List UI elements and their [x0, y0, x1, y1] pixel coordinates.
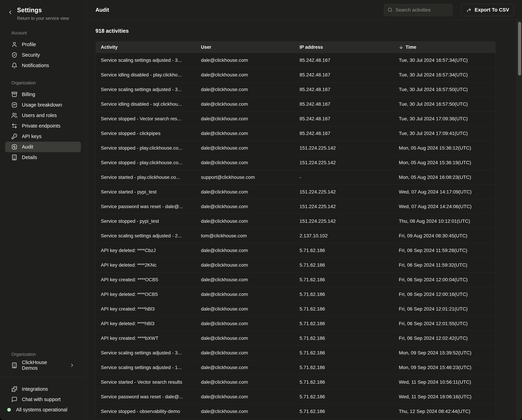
user-cell: dale@clickhouse.com	[196, 131, 294, 136]
time-cell: Mon, 09 Sep 2024 15:46:23(UTC)	[394, 365, 495, 370]
activity-cell: Service started - pypi_test	[96, 189, 196, 195]
user-cell: dale@clickhouse.com	[196, 101, 294, 107]
column-header-user[interactable]: User	[196, 45, 294, 50]
ip-address-cell: 2.137.10.102	[294, 233, 394, 239]
user-cell: dale@clickhouse.com	[196, 218, 294, 224]
activity-cell: API key deleted: ****OCB5	[96, 292, 196, 297]
ip-address-cell: -	[294, 175, 394, 180]
sidebar-item-label: Chat with support	[22, 397, 61, 402]
time-cell: Fri, 06 Sep 2024 11:59:32(UTC)	[394, 262, 495, 268]
building-icon	[11, 362, 17, 368]
sidebar-item-api-keys[interactable]: API keys	[5, 131, 81, 142]
sidebar-item-private-endpoints[interactable]: Private endpoints	[5, 121, 81, 131]
time-cell: Wed, 11 Sep 2024 10:56:11(UTC)	[394, 379, 495, 385]
sidebar-item-profile[interactable]: Profile	[5, 39, 81, 50]
organization-footer-label: Organization	[0, 352, 86, 357]
main-panel: Audit Export To CSV 918 activities Activ…	[86, 0, 522, 420]
sidebar-item-usage-breakdown[interactable]: Usage breakdown	[5, 100, 81, 110]
search-icon	[387, 7, 393, 13]
column-header-activity[interactable]: Activity	[96, 45, 196, 50]
app-window: Settings Return to your service view Acc…	[0, 0, 522, 420]
activities-count: 918 activities	[95, 28, 522, 34]
back-button[interactable]	[7, 9, 13, 15]
sidebar-item-organization[interactable]: ClickHouse Demos	[5, 360, 81, 371]
column-header-label: Activity	[101, 45, 118, 50]
user-cell: dale@clickhouse.com	[196, 116, 294, 122]
time-cell: Tue, 30 Jul 2024 16:57:34(UTC)	[394, 72, 495, 78]
ip-address-cell: 5.71.62.186	[294, 379, 394, 385]
time-cell: Thu, 08 Aug 2024 10:12:01(UTC)	[394, 218, 495, 224]
time-cell: Fri, 06 Sep 2024 11:59:28(UTC)	[394, 248, 495, 253]
user-cell: dale@clickhouse.com	[196, 321, 294, 326]
activity-cell: Service password was reset - dale@...	[96, 204, 196, 209]
sidebar-item-chat-with-support[interactable]: Chat with support	[5, 394, 81, 404]
time-cell: Fri, 06 Sep 2024 12:02:42(UTC)	[394, 335, 495, 341]
export-csv-button[interactable]: Export To CSV	[461, 4, 514, 16]
user-cell: dale@clickhouse.com	[196, 248, 294, 253]
table-row: API key created: ****OCB5dale@clickhouse…	[96, 272, 495, 287]
table-row: Service scaling settings adjusted - 3...…	[96, 345, 495, 360]
time-cell: Wed, 11 Sep 2024 18:06:16(UTC)	[394, 394, 495, 399]
user-cell: dale@clickhouse.com	[196, 292, 294, 297]
sidebar: Settings Return to your service view Acc…	[0, 0, 86, 420]
sidebar-item-notifications[interactable]: Notifications	[5, 60, 81, 71]
table-row: Service scaling settings adjusted - 1...…	[96, 360, 495, 375]
sidebar-item-label: API keys	[22, 133, 41, 139]
activity-cell: API key created: ****OCB5	[96, 277, 196, 282]
time-cell: Fri, 06 Sep 2024 12:01:21(UTC)	[394, 306, 495, 312]
sidebar-item-label: Private endpoints	[22, 123, 60, 129]
ip-address-cell: 5.71.62.186	[294, 409, 394, 414]
activity-cell: Service idling disabled - sql.clickhou..…	[96, 101, 196, 107]
activity-cell: Service scaling settings adjusted - 3...	[96, 57, 196, 63]
activity-cell: Service started - Vector search results	[96, 379, 196, 385]
column-header-ip-address[interactable]: IP address	[294, 45, 394, 50]
table-row: API key created: ****bXWTdale@clickhouse…	[96, 331, 495, 345]
column-header-time[interactable]: Time	[394, 45, 495, 50]
search-activities-input[interactable]	[396, 7, 449, 13]
time-cell: Wed, 07 Aug 2024 14:17:09(UTC)	[394, 189, 495, 195]
status-dot-icon	[7, 408, 11, 412]
sidebar-item-details[interactable]: Details	[5, 152, 81, 163]
building-icon	[11, 154, 17, 160]
status-label: All systems operational	[16, 407, 67, 412]
activity-cell: Service scaling settings adjusted - 2...	[96, 233, 196, 239]
sidebar-item-billing[interactable]: Billing	[5, 89, 81, 100]
time-cell: Tue, 30 Jul 2024 16:57:50(UTC)	[394, 101, 495, 107]
ip-address-cell: 5.71.62.186	[294, 248, 394, 253]
billing-archive-icon	[11, 91, 17, 97]
forward-arrow-icon	[466, 7, 472, 13]
user-cell: dale@clickhouse.com	[196, 335, 294, 341]
table-header-row: ActivityUserIP addressTime	[96, 41, 495, 53]
sidebar-item-security[interactable]: Security	[5, 50, 81, 60]
user-cell: dale@clickhouse.com	[196, 277, 294, 282]
time-cell: Thu, 12 Sep 2024 08:42:44(UTC)	[394, 409, 495, 414]
sidebar-item-label: Usage breakdown	[22, 102, 62, 108]
time-cell: Mon, 05 Aug 2024 15:36:19(UTC)	[394, 160, 495, 165]
time-cell: Fri, 06 Sep 2024 12:01:55(UTC)	[394, 321, 495, 326]
ip-address-cell: 85.242.48.167	[294, 116, 394, 122]
chat-bubble-icon	[11, 397, 17, 403]
sidebar-section-account: AccountProfileSecurityNotifications	[0, 31, 86, 71]
shield-check-icon	[11, 52, 17, 58]
scrollbar-track[interactable]	[517, 20, 522, 420]
table-row: API key deleted: ****2KNcdale@clickhouse…	[96, 258, 495, 272]
sidebar-sections: AccountProfileSecurityNotificationsOrgan…	[0, 31, 86, 163]
scrollbar-thumb[interactable]	[518, 22, 521, 76]
sidebar-item-integrations[interactable]: Integrations	[5, 384, 81, 394]
search-activities-box	[384, 4, 453, 16]
activity-cell: Service scaling settings adjusted - 3...	[96, 350, 196, 356]
ip-address-cell: 151.224.225.142	[294, 218, 394, 224]
table-body: Service scaling settings adjusted - 3...…	[96, 53, 495, 419]
sidebar-item-users-and-roles[interactable]: Users and roles	[5, 110, 81, 121]
chevron-left-icon	[7, 9, 13, 15]
chevron-right-icon	[69, 363, 75, 368]
table-row: Service stopped - play.clickhouse.co...d…	[96, 155, 495, 170]
sidebar-item-label: Details	[22, 155, 37, 160]
table-row: Service stopped - Vector search res...da…	[96, 111, 495, 126]
sidebar-item-audit[interactable]: Audit	[5, 142, 81, 152]
ip-address-cell: 151.224.225.142	[294, 160, 394, 165]
table-row: Service started - play.clickhouse.co...s…	[96, 170, 495, 185]
user-cell: dale@clickhouse.com	[196, 409, 294, 414]
system-status[interactable]: All systems operational	[0, 404, 86, 415]
user-cell: dale@clickhouse.com	[196, 87, 294, 92]
